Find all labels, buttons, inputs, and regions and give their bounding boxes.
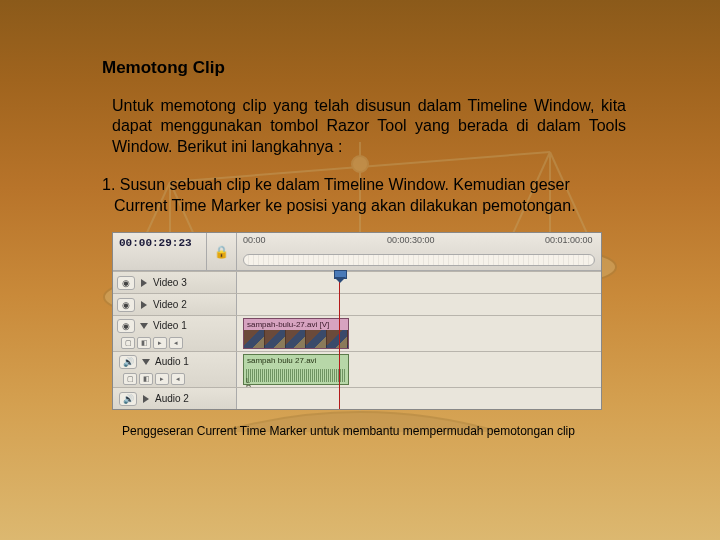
expand-icon[interactable] <box>141 301 147 309</box>
collapse-icon[interactable] <box>140 323 148 329</box>
track-option-icon[interactable]: ▢ <box>123 373 137 385</box>
eye-icon[interactable]: ◉ <box>117 319 135 333</box>
video-clip[interactable]: sampah-bulu-27.avi [V] <box>243 318 349 349</box>
collapse-icon[interactable] <box>142 359 150 365</box>
track-video-2[interactable]: ◉ Video 2 <box>113 293 601 315</box>
ruler-tick-2: 00:01:00:00 <box>545 235 593 245</box>
track-audio-1[interactable]: 🔊 Audio 1 ▢ ◧ ▸ ◂ sampah bulu 27.avi LR <box>113 351 601 387</box>
ruler-tick-0: 00:00 <box>243 235 266 245</box>
intro-paragraph: Untuk memotong clip yang telah disusun d… <box>112 96 626 157</box>
track-option-icon[interactable]: ◂ <box>169 337 183 349</box>
section-title: Memotong Clip <box>102 58 620 78</box>
track-label: Video 2 <box>153 299 187 310</box>
figure-caption: Penggeseran Current Time Marker untuk me… <box>122 424 620 438</box>
track-label: Audio 2 <box>155 393 189 404</box>
step-1: 1. Susun sebuah clip ke dalam Timeline W… <box>102 175 624 216</box>
track-label: Video 1 <box>153 320 187 331</box>
track-video-3[interactable]: ◉ Video 3 <box>113 271 601 293</box>
audio-clip[interactable]: sampah bulu 27.avi LR <box>243 354 349 385</box>
track-option-icon[interactable]: ◂ <box>171 373 185 385</box>
time-ruler[interactable]: 00:00 00:00:30:00 00:01:00:00 <box>237 233 601 270</box>
track-audio-2[interactable]: 🔊 Audio 2 <box>113 387 601 409</box>
track-label: Video 3 <box>153 277 187 288</box>
track-option-icon[interactable]: ◧ <box>137 337 151 349</box>
speaker-icon[interactable]: 🔊 <box>119 355 137 369</box>
track-option-icon[interactable]: ▸ <box>153 337 167 349</box>
lock-icon[interactable]: 🔒 <box>207 233 237 270</box>
track-option-icon[interactable]: ▸ <box>155 373 169 385</box>
clip-label: sampah bulu 27.avi <box>247 356 316 365</box>
track-label: Audio 1 <box>155 356 189 367</box>
expand-icon[interactable] <box>143 395 149 403</box>
speaker-icon[interactable]: 🔊 <box>119 392 137 406</box>
current-timecode[interactable]: 00:00:29:23 <box>113 233 207 270</box>
track-option-icon[interactable]: ◧ <box>139 373 153 385</box>
timeline-window: 00:00:29:23 🔒 00:00 00:00:30:00 00:01:00… <box>112 232 602 410</box>
expand-icon[interactable] <box>141 279 147 287</box>
track-option-icon[interactable]: ▢ <box>121 337 135 349</box>
eye-icon[interactable]: ◉ <box>117 276 135 290</box>
audio-waveform <box>246 369 346 382</box>
work-area-bar[interactable] <box>243 254 595 266</box>
timeline-tracks: ◉ Video 3 ◉ Video 2 ◉ <box>113 271 601 409</box>
ruler-tick-1: 00:00:30:00 <box>387 235 435 245</box>
track-video-1[interactable]: ◉ Video 1 ▢ ◧ ▸ ◂ sampah-bulu-27.avi [V] <box>113 315 601 351</box>
current-time-marker[interactable] <box>339 271 340 409</box>
eye-icon[interactable]: ◉ <box>117 298 135 312</box>
clip-label: sampah-bulu-27.avi [V] <box>247 320 329 329</box>
